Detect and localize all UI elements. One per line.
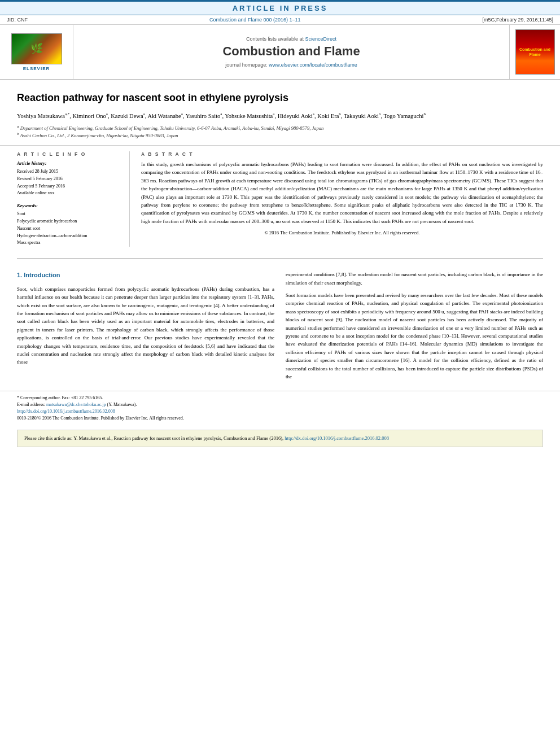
intro-para-3: Soot formation models have been presente… <box>286 291 543 381</box>
jid-right: [m5G;February 29, 2016;11:45] <box>482 17 553 23</box>
history-label: Article history: <box>17 160 118 166</box>
jid-left: JID: CNF <box>7 17 28 23</box>
article-info-abstract: A R T I C L E I N F O Article history: R… <box>0 145 560 252</box>
affiliation-a: a Department of Chemical Engineering, Gr… <box>17 124 543 132</box>
article-history-block: Article history: Received 28 July 2015 R… <box>17 160 118 197</box>
keywords-list: Soot Polycyclic aromatic hydrocarbon Nas… <box>17 211 118 247</box>
keywords-label: Keywords: <box>17 203 118 208</box>
keyword-1: Soot <box>17 211 118 218</box>
affiliation-b: b Asahi Carbon Co., Ltd., 2 Konomejima-c… <box>17 132 543 139</box>
affiliations: a Department of Chemical Engineering, Gr… <box>17 124 543 139</box>
email-line: E-mail address: matsukawa@dc.che.tohoku.… <box>17 401 543 408</box>
body-col-right: experimental conditions [7,8]. The nucle… <box>286 270 543 385</box>
elsevier-logo: ELSEVIER <box>11 33 62 71</box>
email-link[interactable]: matsukawa@dc.che.tohoku.ac.jp <box>46 402 106 407</box>
doi-line: http://dx.doi.org/10.1016/j.combustflame… <box>17 408 543 415</box>
journal-cover-section: Combustion and Flame <box>509 25 560 79</box>
received-date: Received 28 July 2015 <box>17 168 118 176</box>
issn-line: 0010-2180/© 2016 The Combustion Institut… <box>17 415 543 422</box>
introduction-heading: 1. Introduction <box>17 270 274 281</box>
article-dates: Received 28 July 2015 Revised 5 February… <box>17 168 118 197</box>
intro-para-1: Soot, which comprises nanoparticles form… <box>17 285 274 366</box>
journal-volume-link[interactable]: Combustion and Flame 000 (2016) 1–11 <box>209 17 301 23</box>
jid-line: JID: CNF Combustion and Flame 000 (2016)… <box>0 15 560 25</box>
sciencedirect-link[interactable]: ScienceDirect <box>305 36 337 42</box>
elsevier-tree-graphic <box>11 33 62 64</box>
accepted-date: Accepted 5 February 2016 <box>17 183 118 190</box>
elsevier-label: ELSEVIER <box>11 66 62 71</box>
revised-date: Revised 5 February 2016 <box>17 176 118 183</box>
homepage-link[interactable]: www.elsevier.com/locate/combustflame <box>269 62 357 68</box>
available-date: Available online xxx <box>17 190 118 197</box>
journal-header-center: Contents lists available at ScienceDirec… <box>73 25 509 79</box>
footnotes: * Corresponding author. Fax: +81 22 795 … <box>0 391 560 425</box>
email-label: E-mail address: <box>17 402 45 407</box>
copyright-line: © 2016 The Combustion Institute. Publish… <box>141 230 543 235</box>
journal-volume: Combustion and Flame 000 (2016) 1–11 <box>209 17 301 23</box>
journal-title: Combustion and Flame <box>222 44 360 59</box>
abstract-heading: A B S T R A C T <box>141 151 543 157</box>
authors: Yoshiya Matsukawaa,*, Kiminori Onoa, Kaz… <box>17 111 543 120</box>
keyword-3: Nascent soot <box>17 225 118 233</box>
abstract-text: In this study, growth mechanisms of poly… <box>141 160 543 225</box>
journal-cover: Combustion and Flame <box>515 29 555 75</box>
sciencedirect-label: Contents lists available at ScienceDirec… <box>246 36 336 42</box>
journal-homepage: journal homepage: www.elsevier.com/locat… <box>225 62 357 68</box>
abstract-col: A B S T R A C T In this study, growth me… <box>130 151 543 247</box>
cover-text: Combustion and Flame <box>518 47 552 57</box>
citation-bar: Please cite this article as: Y. Matsukaw… <box>17 430 543 447</box>
keyword-4: Hydrogen-abstraction–carbon-addition <box>17 233 118 240</box>
article-title-section: Reaction pathway for nascent soot in eth… <box>0 80 560 145</box>
keyword-2: Polycyclic aromatic hydrocarbon <box>17 218 118 225</box>
corresponding-author-note: * Corresponding author. Fax: +81 22 795 … <box>17 395 103 400</box>
citation-doi-link[interactable]: http://dx.doi.org/10.1016/j.combustflame… <box>285 435 389 441</box>
keyword-5: Mass spectra <box>17 239 118 247</box>
article-title: Reaction pathway for nascent soot in eth… <box>17 91 543 104</box>
article-info-heading: A R T I C L E I N F O <box>17 151 118 157</box>
section-divider <box>17 258 543 259</box>
elsevier-logo-section: ELSEVIER <box>0 25 73 79</box>
keywords-block: Keywords: Soot Polycyclic aromatic hydro… <box>17 203 118 247</box>
doi-link[interactable]: http://dx.doi.org/10.1016/j.combustflame… <box>17 409 115 414</box>
citation-text: Please cite this article as: Y. Matsukaw… <box>24 435 283 441</box>
article-info-col: A R T I C L E I N F O Article history: R… <box>17 151 130 247</box>
journal-header: ELSEVIER Contents lists available at Sci… <box>0 25 560 80</box>
body-text: 1. Introduction Soot, which comprises na… <box>0 265 560 391</box>
email-suffix: (Y. Matsukawa). <box>107 402 137 407</box>
article-in-press-banner: ARTICLE IN PRESS <box>0 0 560 15</box>
intro-para-2: experimental conditions [7,8]. The nucle… <box>286 270 543 287</box>
body-col-left: 1. Introduction Soot, which comprises na… <box>17 270 274 385</box>
corresponding-author: * Corresponding author. Fax: +81 22 795 … <box>17 395 543 401</box>
